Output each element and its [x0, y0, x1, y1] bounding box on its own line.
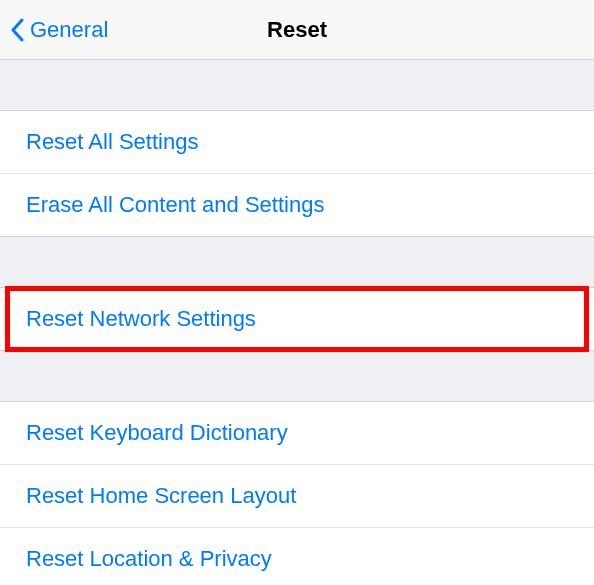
- back-label: General: [30, 17, 108, 43]
- section-spacer: [0, 237, 594, 287]
- reset-keyboard-dictionary[interactable]: Reset Keyboard Dictionary: [0, 402, 594, 464]
- list-group-2: Reset Network Settings: [0, 287, 594, 351]
- list-item-label: Reset All Settings: [26, 129, 198, 154]
- list-item-label: Reset Home Screen Layout: [26, 483, 296, 508]
- list-item-label: Reset Network Settings: [26, 306, 256, 331]
- chevron-left-icon: [10, 18, 24, 42]
- list-item-label: Reset Keyboard Dictionary: [26, 420, 288, 445]
- back-button[interactable]: General: [0, 17, 108, 43]
- section-spacer: [0, 351, 594, 401]
- section-spacer: [0, 60, 594, 110]
- reset-all-settings[interactable]: Reset All Settings: [0, 111, 594, 173]
- erase-all-content[interactable]: Erase All Content and Settings: [0, 173, 594, 236]
- reset-network-settings[interactable]: Reset Network Settings: [0, 288, 594, 350]
- nav-bar: General Reset: [0, 0, 594, 60]
- page-title: Reset: [267, 17, 327, 43]
- list-item-label: Erase All Content and Settings: [26, 192, 324, 217]
- list-item-label: Reset Location & Privacy: [26, 546, 272, 571]
- reset-home-screen-layout[interactable]: Reset Home Screen Layout: [0, 464, 594, 527]
- list-group-3: Reset Keyboard Dictionary Reset Home Scr…: [0, 401, 594, 585]
- list-group-1: Reset All Settings Erase All Content and…: [0, 110, 594, 237]
- reset-location-privacy[interactable]: Reset Location & Privacy: [0, 527, 594, 585]
